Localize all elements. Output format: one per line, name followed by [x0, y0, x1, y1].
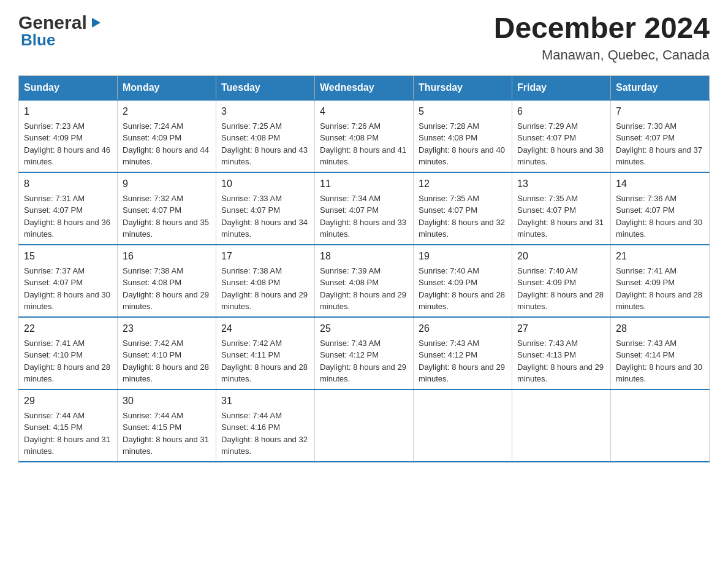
day-info: Sunrise: 7:37 AMSunset: 4:07 PMDaylight:… [24, 266, 110, 312]
table-row: 16 Sunrise: 7:38 AMSunset: 4:08 PMDaylig… [118, 245, 216, 317]
table-row: 24 Sunrise: 7:42 AMSunset: 4:11 PMDaylig… [216, 317, 315, 389]
logo-arrow-icon [89, 16, 103, 32]
calendar-week-row: 29 Sunrise: 7:44 AMSunset: 4:15 PMDaylig… [19, 389, 710, 462]
title-block: December 2024 Manawan, Quebec, Canada [494, 12, 710, 63]
table-row: 11 Sunrise: 7:34 AMSunset: 4:07 PMDaylig… [315, 172, 414, 245]
day-number: 26 [419, 321, 507, 336]
day-info: Sunrise: 7:43 AMSunset: 4:13 PMDaylight:… [517, 339, 604, 384]
day-number: 9 [123, 177, 211, 191]
table-row: 7 Sunrise: 7:30 AMSunset: 4:07 PMDayligh… [611, 100, 710, 172]
table-row: 18 Sunrise: 7:39 AMSunset: 4:08 PMDaylig… [315, 245, 414, 317]
table-row: 12 Sunrise: 7:35 AMSunset: 4:07 PMDaylig… [414, 172, 512, 245]
day-info: Sunrise: 7:28 AMSunset: 4:08 PMDaylight:… [419, 121, 505, 167]
day-number: 13 [517, 177, 605, 191]
day-number: 8 [24, 177, 112, 191]
svg-marker-0 [92, 18, 100, 28]
day-info: Sunrise: 7:24 AMSunset: 4:09 PMDaylight:… [123, 121, 209, 167]
day-info: Sunrise: 7:31 AMSunset: 4:07 PMDaylight:… [24, 194, 110, 239]
day-info: Sunrise: 7:29 AMSunset: 4:07 PMDaylight:… [517, 121, 604, 167]
day-number: 17 [221, 249, 309, 264]
day-number: 30 [123, 394, 211, 408]
col-monday: Monday [118, 75, 216, 100]
col-saturday: Saturday [611, 75, 710, 100]
table-row: 13 Sunrise: 7:35 AMSunset: 4:07 PMDaylig… [512, 172, 611, 245]
day-info: Sunrise: 7:23 AMSunset: 4:09 PMDaylight:… [24, 121, 110, 167]
day-info: Sunrise: 7:33 AMSunset: 4:07 PMDaylight:… [221, 194, 308, 239]
table-row: 5 Sunrise: 7:28 AMSunset: 4:08 PMDayligh… [414, 100, 512, 172]
table-row: 14 Sunrise: 7:36 AMSunset: 4:07 PMDaylig… [611, 172, 710, 245]
day-info: Sunrise: 7:44 AMSunset: 4:15 PMDaylight:… [24, 411, 110, 456]
table-row: 22 Sunrise: 7:41 AMSunset: 4:10 PMDaylig… [19, 317, 118, 389]
day-info: Sunrise: 7:44 AMSunset: 4:16 PMDaylight:… [221, 411, 308, 456]
day-info: Sunrise: 7:26 AMSunset: 4:08 PMDaylight:… [320, 121, 406, 167]
day-number: 31 [221, 394, 309, 408]
table-row: 15 Sunrise: 7:37 AMSunset: 4:07 PMDaylig… [19, 245, 118, 317]
day-number: 23 [123, 321, 211, 336]
table-row: 30 Sunrise: 7:44 AMSunset: 4:15 PMDaylig… [118, 389, 216, 462]
table-row [611, 389, 710, 462]
day-number: 24 [221, 321, 309, 336]
day-number: 22 [24, 321, 112, 336]
calendar-table: Sunday Monday Tuesday Wednesday Thursday… [18, 75, 710, 462]
day-info: Sunrise: 7:32 AMSunset: 4:07 PMDaylight:… [123, 194, 209, 239]
day-number: 11 [320, 177, 408, 191]
day-info: Sunrise: 7:43 AMSunset: 4:14 PMDaylight:… [616, 339, 702, 384]
table-row: 6 Sunrise: 7:29 AMSunset: 4:07 PMDayligh… [512, 100, 611, 172]
day-number: 15 [24, 249, 112, 264]
logo-general-text: General [18, 12, 87, 33]
calendar-week-row: 8 Sunrise: 7:31 AMSunset: 4:07 PMDayligh… [19, 172, 710, 245]
day-number: 14 [616, 177, 704, 191]
day-number: 2 [123, 104, 211, 119]
logo: General Blue [18, 12, 103, 50]
day-info: Sunrise: 7:42 AMSunset: 4:11 PMDaylight:… [221, 339, 308, 384]
col-friday: Friday [512, 75, 611, 100]
table-row: 25 Sunrise: 7:43 AMSunset: 4:12 PMDaylig… [315, 317, 414, 389]
day-number: 18 [320, 249, 408, 264]
page-title: December 2024 [494, 12, 710, 45]
day-number: 7 [616, 104, 704, 119]
day-info: Sunrise: 7:38 AMSunset: 4:08 PMDaylight:… [221, 266, 308, 312]
day-number: 10 [221, 177, 309, 191]
day-info: Sunrise: 7:44 AMSunset: 4:15 PMDaylight:… [123, 411, 209, 456]
day-number: 29 [24, 394, 112, 408]
table-row: 4 Sunrise: 7:26 AMSunset: 4:08 PMDayligh… [315, 100, 414, 172]
day-info: Sunrise: 7:41 AMSunset: 4:10 PMDaylight:… [24, 339, 110, 384]
calendar-week-row: 15 Sunrise: 7:37 AMSunset: 4:07 PMDaylig… [19, 245, 710, 317]
table-row: 29 Sunrise: 7:44 AMSunset: 4:15 PMDaylig… [19, 389, 118, 462]
page-subtitle: Manawan, Quebec, Canada [494, 47, 710, 63]
day-number: 4 [320, 104, 408, 119]
day-number: 5 [419, 104, 507, 119]
table-row: 27 Sunrise: 7:43 AMSunset: 4:13 PMDaylig… [512, 317, 611, 389]
col-wednesday: Wednesday [315, 75, 414, 100]
col-tuesday: Tuesday [216, 75, 315, 100]
day-number: 21 [616, 249, 704, 264]
table-row [315, 389, 414, 462]
page-header: General Blue December 2024 Manawan, Queb… [18, 12, 710, 63]
table-row [414, 389, 512, 462]
table-row: 31 Sunrise: 7:44 AMSunset: 4:16 PMDaylig… [216, 389, 315, 462]
day-info: Sunrise: 7:35 AMSunset: 4:07 PMDaylight:… [517, 194, 604, 239]
col-thursday: Thursday [414, 75, 512, 100]
table-row [512, 389, 611, 462]
table-row: 26 Sunrise: 7:43 AMSunset: 4:12 PMDaylig… [414, 317, 512, 389]
day-number: 16 [123, 249, 211, 264]
day-info: Sunrise: 7:41 AMSunset: 4:09 PMDaylight:… [616, 266, 702, 312]
table-row: 8 Sunrise: 7:31 AMSunset: 4:07 PMDayligh… [19, 172, 118, 245]
calendar-week-row: 22 Sunrise: 7:41 AMSunset: 4:10 PMDaylig… [19, 317, 710, 389]
day-number: 6 [517, 104, 605, 119]
day-info: Sunrise: 7:34 AMSunset: 4:07 PMDaylight:… [320, 194, 406, 239]
logo-blue-text: Blue [21, 31, 55, 50]
table-row: 2 Sunrise: 7:24 AMSunset: 4:09 PMDayligh… [118, 100, 216, 172]
day-info: Sunrise: 7:40 AMSunset: 4:09 PMDaylight:… [517, 266, 604, 312]
day-info: Sunrise: 7:36 AMSunset: 4:07 PMDaylight:… [616, 194, 702, 239]
day-info: Sunrise: 7:39 AMSunset: 4:08 PMDaylight:… [320, 266, 406, 312]
day-info: Sunrise: 7:30 AMSunset: 4:07 PMDaylight:… [616, 121, 702, 167]
day-number: 1 [24, 104, 112, 119]
day-number: 27 [517, 321, 605, 336]
day-number: 28 [616, 321, 704, 336]
day-info: Sunrise: 7:42 AMSunset: 4:10 PMDaylight:… [123, 339, 209, 384]
day-info: Sunrise: 7:35 AMSunset: 4:07 PMDaylight:… [419, 194, 505, 239]
calendar-header-row: Sunday Monday Tuesday Wednesday Thursday… [19, 75, 710, 100]
table-row: 1 Sunrise: 7:23 AMSunset: 4:09 PMDayligh… [19, 100, 118, 172]
table-row: 28 Sunrise: 7:43 AMSunset: 4:14 PMDaylig… [611, 317, 710, 389]
